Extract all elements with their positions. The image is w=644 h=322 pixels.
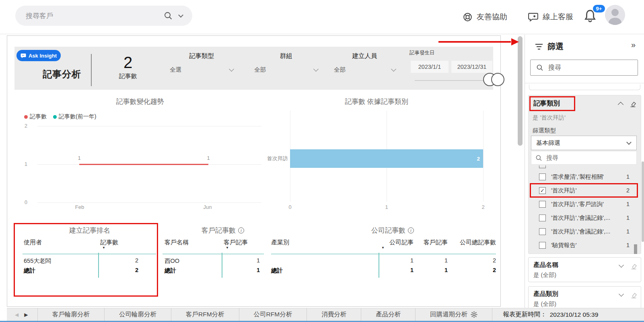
sort-desc-icon[interactable]: ▼ [381, 246, 385, 250]
chevron-down-icon[interactable] [391, 66, 396, 72]
filter-value-count: 1 [626, 215, 630, 221]
date-end-input[interactable]: 2023/12/31 [451, 61, 492, 73]
table-column-divider [379, 253, 379, 278]
date-slider-handle-right[interactable] [491, 73, 504, 86]
search-icon[interactable] [164, 11, 173, 20]
slicer-dropdown[interactable]: 全部 [252, 66, 320, 74]
column-header[interactable]: 客戶記事 [224, 239, 248, 246]
column-header[interactable]: 客戶記事 [415, 239, 448, 246]
filter-card-title: 產品類別 [533, 290, 558, 298]
person-icon [605, 5, 625, 25]
ask-insight-button[interactable]: Ask Insight [16, 50, 61, 61]
report-canvas: Ask Insight 記事分析 2 記事數 記事類型 全選 群組 全部 建立人… [7, 35, 501, 307]
filter-card-product-category[interactable]: 產品類別 是 (全部) [528, 286, 641, 308]
column-header[interactable]: 客戶名稱 [165, 239, 189, 246]
checkbox-unchecked[interactable] [539, 215, 546, 221]
scrolled-filter-card-edge [529, 85, 640, 90]
support-label: 線上客服 [543, 12, 573, 22]
column-header[interactable]: 公司總記事數 [451, 239, 496, 246]
collapse-card-icon[interactable] [618, 102, 623, 107]
filter-value-item[interactable]: '需求釐清','製程相關'1 [531, 171, 637, 183]
eraser-icon[interactable] [630, 291, 638, 299]
legend-dot-current [24, 115, 28, 119]
info-icon[interactable]: i [238, 227, 244, 233]
next-page-arrow[interactable]: ▶ [24, 312, 28, 318]
gear-icon[interactable] [471, 311, 477, 318]
date-start-input[interactable]: 2023/1/1 [411, 61, 449, 73]
filter-icon [535, 43, 543, 50]
filter-condition: 是 (全部) [533, 300, 556, 308]
data-label: 1 [204, 155, 212, 161]
checkbox-unchecked[interactable] [539, 228, 546, 235]
date-slider-track[interactable] [415, 80, 486, 81]
slicer-value: 全部 [254, 66, 266, 74]
legend-label: 記事數 [30, 113, 47, 120]
annotation-arrow-head [511, 38, 519, 45]
filter-value-item[interactable]: '首次拜訪','會議記錄',...1 [531, 212, 637, 224]
vertical-scrollbar[interactable] [518, 36, 523, 146]
customer-search-input[interactable]: 搜尋客戶 [15, 6, 192, 26]
page-tab[interactable]: 回購週期分析 [415, 308, 492, 321]
expand-card-icon[interactable] [619, 291, 624, 297]
slicer-dropdown[interactable]: 全部 [331, 66, 398, 74]
page-tab[interactable]: 客戶輪廓分析 [37, 308, 104, 321]
list-scrollbar-thumb[interactable] [634, 244, 637, 254]
table-total-value: 1 [415, 267, 448, 273]
collapse-pane-button[interactable]: » [631, 40, 636, 50]
checkbox-checked[interactable]: ✓ [539, 187, 546, 194]
title-divider [91, 54, 92, 86]
table-title-text: 客戶記事數 [202, 226, 236, 235]
help-button[interactable]: 友善協助 [463, 10, 507, 24]
filter-value-item[interactable]: '首次拜訪','會議記錄',...1 [531, 225, 637, 237]
gridline [37, 202, 261, 203]
date-slicer-label: 記事發生日 [409, 50, 435, 56]
updated-label: 報表更新時間： [503, 310, 547, 319]
legend-item[interactable]: 記事數(前一年) [53, 113, 96, 120]
checkbox-unchecked[interactable] [539, 201, 546, 208]
slicer-dropdown[interactable]: 全選 [167, 66, 236, 74]
page-tab[interactable]: 公司輪廓分析 [104, 308, 171, 321]
column-header[interactable]: 公司記事 [373, 239, 414, 246]
table-total-value: 1 [224, 267, 260, 273]
bar-first-visit[interactable]: 2 [290, 149, 483, 168]
column-header[interactable]: 產業別 [271, 239, 289, 246]
sort-desc-icon[interactable]: ▼ [226, 246, 229, 250]
pane-scrollbar-thumb[interactable] [642, 161, 644, 242]
filter-value-item[interactable]: '首次拜訪','客戶諮詢'1 [531, 198, 637, 210]
checkbox-unchecked[interactable] [539, 173, 546, 180]
online-support-button[interactable]: 線上客服 [528, 10, 573, 24]
page-tab-label: 客戶RFM分析 [186, 310, 224, 319]
page-tab[interactable]: 消費分析 [307, 308, 361, 321]
page-tab[interactable]: 客戶RFM分析 [171, 308, 239, 321]
filter-values-search-input[interactable]: 搜尋 [531, 151, 637, 165]
chevron-down-icon[interactable] [313, 66, 319, 72]
info-icon[interactable]: i [408, 227, 414, 233]
expand-card-icon[interactable] [619, 262, 624, 268]
avatar[interactable] [605, 5, 625, 25]
legend-item[interactable]: 記事數 [24, 113, 47, 120]
filter-value-item[interactable]: ✓'首次拜訪'2 [531, 184, 637, 196]
slicer-label: 建立人員 [331, 52, 398, 60]
filter-pane-title: 篩選 [547, 41, 564, 52]
filter-card-product-name[interactable]: 產品名稱 是 (全部) [528, 257, 641, 282]
filter-type-dropdown[interactable]: 基本篩選 [531, 136, 637, 150]
ask-insight-chat-icon [21, 53, 26, 58]
line-chart-title: 記事數變化趨勢 [88, 97, 192, 106]
page-tab[interactable]: 公司RFM分析 [239, 308, 307, 321]
filter-pane-search-input[interactable]: 搜尋 [530, 60, 638, 76]
annotation-box-notes-ranking [14, 223, 158, 297]
chat-icon [528, 12, 539, 22]
trend-line-series[interactable] [79, 164, 208, 165]
eraser-icon[interactable] [630, 262, 638, 270]
prev-page-arrow[interactable]: ◀ [15, 312, 19, 318]
filter-value-item[interactable]: '驗貨報告'1 [531, 239, 637, 251]
chevron-down-icon[interactable] [229, 66, 234, 72]
slicer-value: 全部 [334, 66, 346, 74]
report-title: 記事分析 [43, 68, 81, 80]
gridline [37, 126, 261, 126]
chevron-down-icon[interactable] [626, 140, 632, 145]
eraser-icon[interactable] [629, 100, 637, 108]
checkbox-unchecked[interactable] [539, 242, 546, 249]
chevron-down-icon[interactable] [178, 12, 183, 18]
page-tab[interactable]: 產品分析 [361, 308, 415, 321]
